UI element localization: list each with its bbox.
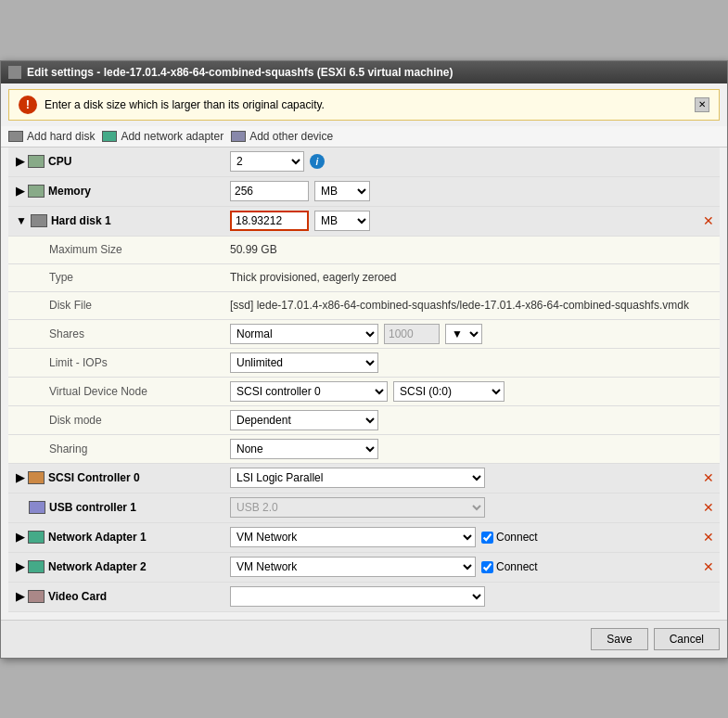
hard-disk-size-input[interactable] [230,211,309,231]
add-hard-disk-button[interactable]: Add hard disk [8,130,95,143]
video-card-row: ▶ Video Card [8,583,720,612]
type-label: Type [12,271,230,284]
video-card-select[interactable] [230,586,485,607]
scsi-device-icon [28,471,45,484]
network-adapter2-connect-checkbox[interactable] [481,561,493,573]
warning-close-button[interactable]: ✕ [695,97,709,112]
cancel-button[interactable]: Cancel [654,628,720,650]
footer: Save Cancel [1,620,727,658]
warning-message: Enter a disk size which is larger than i… [45,98,325,111]
warning-icon: ! [19,96,37,114]
video-device-icon [28,590,45,603]
shares-label: Shares [12,327,230,340]
hard-disk-remove-button[interactable]: ✕ [701,213,716,228]
scsi-controller-row: ▶ SCSI Controller 0 LSI Logic ParallelLS… [8,464,720,494]
limit-iops-label: Limit - IOPs [12,356,230,369]
shares-controls: NormalLowHighCustom ▼ [230,324,716,344]
hard-disk-label: ▼ Hard disk 1 [12,214,230,227]
network-adapter1-select[interactable]: VM Network [230,527,476,547]
expand-disk-icon[interactable]: ▼ [16,214,27,227]
cpu-info-icon[interactable]: i [310,154,325,169]
window-icon [8,66,21,79]
disk-file-label: Disk File [12,299,230,312]
limit-iops-select[interactable]: Unlimited [230,353,378,373]
network-adapter1-remove-button[interactable]: ✕ [701,530,716,545]
memory-device-icon [28,185,45,198]
expand-net2-icon[interactable]: ▶ [16,560,24,573]
disk-mode-select[interactable]: DependentIndependent - PersistentIndepen… [230,410,378,430]
scsi-controller-label: ▶ SCSI Controller 0 [12,471,230,484]
network-adapter1-connect-checkbox[interactable] [481,532,493,544]
cpu-controls: 2148 i [230,151,716,172]
network-adapter1-connect: Connect [481,531,538,544]
expand-cpu-icon[interactable]: ▶ [16,155,24,168]
network-adapter2-remove-button[interactable]: ✕ [701,559,716,574]
usb-controller-remove-button[interactable]: ✕ [701,500,716,515]
net2-device-icon [28,560,45,573]
limit-iops-row: Limit - IOPs Unlimited [8,349,720,378]
expand-net1-icon[interactable]: ▶ [16,531,24,544]
expand-scsi-icon[interactable]: ▶ [16,471,24,484]
add-network-adapter-button[interactable]: Add network adapter [102,130,224,143]
memory-value-input[interactable] [230,181,309,201]
type-value: Thick provisioned, eagerly zeroed [230,271,716,284]
virtual-device-slot-select[interactable]: SCSI (0:0) [393,381,504,402]
sharing-row: Sharing NoneMulti-writer [8,435,720,464]
network-adapter1-controls: VM Network Connect ✕ [230,527,716,547]
virtual-device-label: Virtual Device Node [12,385,230,398]
usb-device-icon [29,501,45,514]
hard-disk-unit-select[interactable]: MBGB [314,211,370,231]
sharing-controls: NoneMulti-writer [230,439,716,459]
video-card-label: ▶ Video Card [12,590,230,603]
shares-num-input[interactable] [384,324,440,344]
network-adapter2-row: ▶ Network Adapter 2 VM Network Connect ✕ [8,553,720,583]
add-network-adapter-label: Add network adapter [121,130,224,143]
shares-select[interactable]: NormalLowHighCustom [230,324,378,344]
cpu-device-icon [28,155,45,168]
main-window: Edit settings - lede-17.01.4-x86-64-comb… [0,60,728,659]
video-card-controls [230,586,716,607]
usb-controller-select[interactable]: USB 2.0USB 3.0 [230,497,485,518]
virtual-device-select[interactable]: SCSI controller 0 [230,381,388,402]
title-bar: Edit settings - lede-17.01.4-x86-64-comb… [1,61,727,83]
limit-iops-controls: Unlimited [230,353,716,373]
shares-num-select[interactable]: ▼ [445,324,482,344]
network-adapter1-connect-label: Connect [496,531,538,544]
hard-disk-row: ▼ Hard disk 1 MBGB ✕ [8,207,720,237]
net1-device-icon [28,531,45,544]
type-row: Type Thick provisioned, eagerly zeroed [8,264,720,292]
disk-mode-controls: DependentIndependent - PersistentIndepen… [230,410,716,430]
disk-device-icon [31,214,47,227]
add-other-device-button[interactable]: Add other device [231,130,333,143]
save-button[interactable]: Save [591,628,647,650]
memory-unit-select[interactable]: MBGB [314,181,370,201]
memory-controls: MBGB [230,181,716,201]
window-title: Edit settings - lede-17.01.4-x86-64-comb… [27,66,453,79]
network-adapter2-select[interactable]: VM Network [230,557,476,577]
scsi-controller-select[interactable]: LSI Logic ParallelLSI Logic SASVMware Pa… [230,468,485,488]
virtual-device-controls: SCSI controller 0 SCSI (0:0) [230,381,716,402]
disk-file-value: [ssd] lede-17.01.4-x86-64-combined-squas… [230,299,716,312]
disk-mode-label: Disk mode [12,414,230,427]
memory-row: ▶ Memory MBGB [8,177,720,207]
settings-content: ▶ CPU 2148 i ▶ Memory MBGB [1,147,727,620]
sharing-select[interactable]: NoneMulti-writer [230,439,378,459]
scsi-controller-controls: LSI Logic ParallelLSI Logic SASVMware Pa… [230,468,716,488]
warning-bar: ! Enter a disk size which is larger than… [8,89,720,121]
cpu-count-select[interactable]: 2148 [230,151,304,172]
network-adapter2-controls: VM Network Connect ✕ [230,557,716,577]
cpu-row: ▶ CPU 2148 i [8,147,720,177]
usb-controller-controls: USB 2.0USB 3.0 ✕ [230,497,716,518]
toolbar: Add hard disk Add network adapter Add ot… [1,126,727,147]
network-icon [102,131,117,142]
sharing-label: Sharing [12,442,230,455]
expand-memory-icon[interactable]: ▶ [16,185,24,198]
usb-controller-label: USB controller 1 [12,501,230,514]
scsi-controller-remove-button[interactable]: ✕ [701,470,716,485]
hard-disk-controls: MBGB ✕ [230,211,716,231]
max-size-value: 50.99 GB [230,243,716,256]
cpu-label: ▶ CPU [12,155,230,168]
expand-video-icon[interactable]: ▶ [16,590,24,603]
other-device-icon [231,131,246,142]
shares-row: Shares NormalLowHighCustom ▼ [8,320,720,349]
